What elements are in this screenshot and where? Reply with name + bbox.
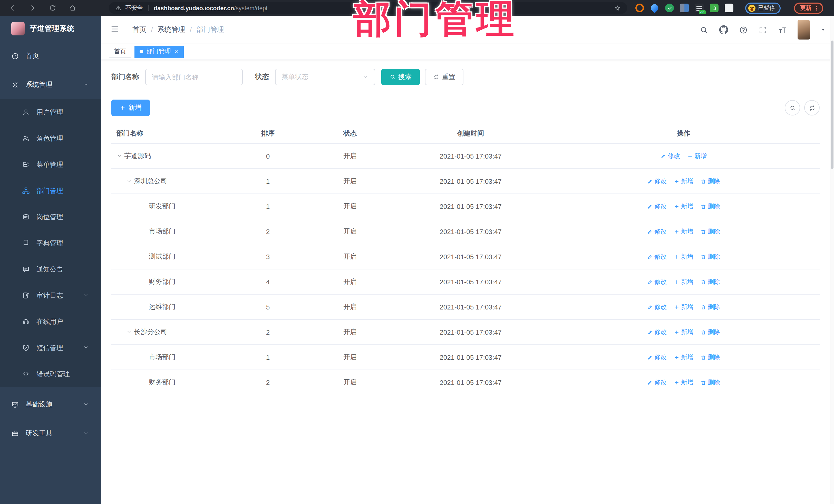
- tree-expand-icon[interactable]: [126, 177, 132, 185]
- plus-action-link[interactable]: 新增: [674, 303, 694, 311]
- sidebar-item-13[interactable]: 基础设施: [0, 390, 101, 419]
- edit-action-link[interactable]: 修改: [647, 252, 667, 261]
- reload-icon[interactable]: [49, 4, 57, 12]
- sidebar-item-5[interactable]: 部门管理: [0, 178, 101, 204]
- help-icon[interactable]: [739, 25, 748, 34]
- sidebar-item-label: 岗位管理: [37, 212, 63, 221]
- avatar-caret-icon[interactable]: [821, 25, 826, 35]
- trash-action-link[interactable]: 删除: [701, 202, 720, 211]
- check-extension-icon[interactable]: [665, 4, 674, 12]
- update-label: 更新: [800, 4, 811, 12]
- tree-expand-icon[interactable]: [126, 328, 132, 336]
- sort-cell: 2: [229, 378, 306, 386]
- trash-action-link[interactable]: 删除: [701, 328, 720, 336]
- plus-action-link[interactable]: 新增: [674, 202, 694, 211]
- search-button[interactable]: 搜索: [381, 69, 420, 85]
- address-bar[interactable]: 不安全 dashboard.yudao.iocoder.cn/system/de…: [109, 2, 627, 14]
- edit-action-link[interactable]: 修改: [647, 227, 667, 236]
- edit-action-link[interactable]: 修改: [647, 303, 667, 311]
- edit-action-link[interactable]: 修改: [647, 278, 667, 286]
- sidebar-item-0[interactable]: 首页: [0, 42, 101, 70]
- reset-button[interactable]: 重置: [425, 69, 463, 85]
- edit-action-link[interactable]: 修改: [660, 152, 680, 160]
- sidebar-item-10[interactable]: 在线用户: [0, 308, 101, 335]
- chrome-update-button[interactable]: 更新: [794, 2, 823, 14]
- url-path: /system/dept: [234, 5, 267, 11]
- extensions-area: on: [635, 0, 733, 16]
- plus-action-link[interactable]: 新增: [674, 252, 694, 261]
- org-icon: [22, 187, 30, 195]
- tree-expand-icon[interactable]: [116, 152, 122, 160]
- breadcrumb-item[interactable]: 首页: [132, 25, 146, 35]
- user-avatar[interactable]: [797, 20, 810, 40]
- plus-action-link[interactable]: 新增: [674, 353, 694, 361]
- status-label: 状态: [255, 72, 269, 82]
- trash-action-link[interactable]: 删除: [701, 278, 720, 286]
- trash-action-link[interactable]: 删除: [701, 252, 720, 261]
- browser-menu-dots-icon[interactable]: [813, 5, 820, 11]
- status-cell: 开启: [306, 302, 394, 311]
- search-extension-icon[interactable]: [710, 4, 719, 12]
- plus-icon: [674, 178, 680, 184]
- plus-action-link[interactable]: 新增: [674, 328, 694, 336]
- app-logo-row[interactable]: 芋道管理系统: [0, 16, 101, 42]
- puzzle-extension-icon[interactable]: [725, 4, 733, 12]
- add-button[interactable]: 新增: [111, 100, 150, 116]
- trash-action-link[interactable]: 删除: [701, 227, 720, 236]
- sidebar-item-2[interactable]: 用户管理: [0, 99, 101, 125]
- page-scrollbar[interactable]: [830, 16, 834, 504]
- github-icon[interactable]: [719, 25, 728, 35]
- grid-extension-icon[interactable]: [680, 4, 689, 12]
- plus-action-link[interactable]: 新增: [687, 152, 707, 160]
- scrollbar-thumb[interactable]: [831, 41, 833, 169]
- table-row-3: 市场部门 2 开启 2021-01-05 17:03:47 修改新增删除: [111, 219, 820, 244]
- ring-extension-icon[interactable]: [635, 4, 644, 12]
- plus-action-link[interactable]: 新增: [674, 378, 694, 387]
- sidebar-item-14[interactable]: 研发工具: [0, 419, 101, 447]
- pin-extension-icon[interactable]: [650, 3, 660, 13]
- edit-action-link[interactable]: 修改: [647, 353, 667, 361]
- sidebar-item-3[interactable]: 角色管理: [0, 125, 101, 151]
- tab-1[interactable]: 部门管理: [134, 45, 184, 58]
- actions-cell: 修改新增删除: [548, 227, 820, 236]
- edit-action-link[interactable]: 修改: [647, 177, 667, 185]
- sidebar-item-8[interactable]: 通知公告: [0, 256, 101, 282]
- header-search-icon[interactable]: [700, 25, 708, 34]
- home-icon[interactable]: [69, 4, 76, 12]
- trash-action-link[interactable]: 删除: [701, 353, 720, 361]
- font-size-icon[interactable]: [778, 25, 787, 34]
- dept-name-cell: 市场部门: [111, 353, 229, 362]
- chevron-down-icon: [83, 344, 89, 352]
- status-select[interactable]: 菜单状态: [275, 69, 375, 85]
- breadcrumb-item[interactable]: 系统管理: [158, 25, 185, 35]
- toggle-search-button[interactable]: [785, 100, 800, 115]
- bookmark-star-icon[interactable]: [614, 4, 621, 12]
- forward-icon[interactable]: [29, 4, 37, 12]
- trash-action-link[interactable]: 删除: [701, 378, 720, 387]
- edit-action-link[interactable]: 修改: [647, 378, 667, 387]
- collapse-menu-button[interactable]: [110, 24, 119, 35]
- sidebar-item-12[interactable]: 错误码管理: [0, 361, 101, 387]
- edit-action-link[interactable]: 修改: [647, 202, 667, 211]
- trash-action-link[interactable]: 删除: [701, 177, 720, 185]
- dept-name-input[interactable]: [145, 69, 243, 85]
- back-icon[interactable]: [9, 4, 17, 12]
- refresh-table-button[interactable]: [804, 100, 820, 115]
- sidebar-item-4[interactable]: 菜单管理: [0, 151, 101, 178]
- plus-action-link[interactable]: 新增: [674, 278, 694, 286]
- fullscreen-icon[interactable]: [759, 25, 767, 34]
- dept-name: 长沙分公司: [134, 327, 167, 337]
- sidebar-item-9[interactable]: 审计日志: [0, 282, 101, 308]
- translate-on-extension-icon[interactable]: on: [695, 4, 704, 12]
- edit-action-link[interactable]: 修改: [647, 328, 667, 336]
- sidebar-item-6[interactable]: 岗位管理: [0, 204, 101, 230]
- sidebar-item-7[interactable]: 字典管理: [0, 230, 101, 256]
- tab-0[interactable]: 首页: [109, 45, 131, 58]
- plus-action-link[interactable]: 新增: [674, 227, 694, 236]
- sidebar-item-1[interactable]: 系统管理: [0, 70, 101, 99]
- trash-action-link[interactable]: 删除: [701, 303, 720, 311]
- profile-paused-button[interactable]: 已暂停: [745, 2, 781, 14]
- plus-action-link[interactable]: 新增: [674, 177, 694, 185]
- refresh-icon: [809, 105, 815, 111]
- sidebar-item-11[interactable]: 短信管理: [0, 335, 101, 361]
